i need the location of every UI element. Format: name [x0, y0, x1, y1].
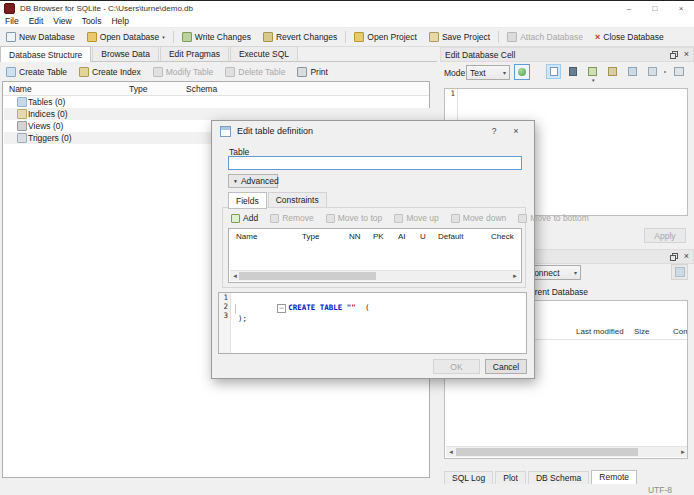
maximize-button[interactable]: □ [642, 1, 668, 15]
menu-help[interactable]: Help [106, 15, 133, 27]
print-cell-icon[interactable] [674, 67, 684, 76]
import-caret-icon[interactable]: ▾ [592, 77, 595, 83]
scroll-thumb[interactable] [456, 448, 638, 456]
table-name-input[interactable] [228, 156, 522, 170]
remote-reload-button [671, 264, 688, 280]
write-changes-button[interactable]: Write Changes [176, 30, 257, 44]
tree-col-schema[interactable]: Schema [186, 84, 217, 94]
tab-remote[interactable]: Remote [591, 470, 637, 485]
open-project-icon [354, 32, 364, 42]
window-close-button[interactable]: × [668, 1, 694, 15]
bottom-tab-bar: SQL Log Plot DB Schema Remote [444, 471, 639, 484]
scroll-right-icon[interactable]: ► [680, 448, 686, 457]
write-changes-icon [182, 32, 192, 42]
mode-combobox[interactable]: Text ▾ [466, 65, 510, 80]
modify-table-icon [153, 67, 163, 77]
edit-cell-title: Edit Database Cell [445, 50, 515, 60]
advanced-toggle-button[interactable]: ▼ Advanced [228, 174, 278, 188]
float-panel-icon[interactable] [670, 51, 678, 59]
fields-grid: Name Type NN PK AI U Default Check ◄ ► [228, 228, 522, 283]
identity-caret-icon: ▾ [574, 269, 577, 276]
scroll-left-icon[interactable]: ◄ [232, 272, 238, 281]
open-project-button[interactable]: Open Project [348, 30, 423, 44]
tree-col-name[interactable]: Name [9, 84, 32, 94]
tab-edit-pragmas[interactable]: Edit Pragmas [160, 46, 229, 61]
grid-col-name[interactable]: Name [236, 232, 257, 241]
close-panel-icon[interactable]: × [684, 252, 689, 261]
scroll-left-icon[interactable]: ◄ [448, 448, 454, 457]
title-bar: DB Browser for SQLite - C:\Users\turne\d… [0, 1, 694, 15]
menu-file[interactable]: File [0, 15, 24, 27]
tab-db-schema[interactable]: DB Schema [528, 471, 589, 485]
dialog-close-button[interactable]: × [506, 126, 526, 136]
grid-col-check[interactable]: Check [491, 232, 514, 241]
open-database-button[interactable]: Open Database ▾ [81, 30, 171, 44]
open-database-caret-icon[interactable]: ▾ [162, 34, 165, 40]
tree-item-tables[interactable]: Tables (0) [4, 96, 452, 108]
move-down-icon [451, 214, 460, 223]
add-field-button[interactable]: Add [231, 213, 258, 223]
revert-changes-button[interactable]: Revert Changes [257, 30, 343, 44]
tab-database-structure[interactable]: Database Structure [0, 46, 91, 62]
text-mode-toggle[interactable] [546, 64, 561, 79]
grid-col-pk[interactable]: PK [373, 232, 384, 241]
tab-browse-data[interactable]: Browse Data [92, 46, 159, 61]
app-icon [4, 3, 15, 14]
save-project-button[interactable]: Save Project [423, 30, 496, 44]
tree-item-indices[interactable]: Indices (0) [4, 108, 452, 120]
grid-col-type[interactable]: Type [302, 232, 319, 241]
tab-execute-sql[interactable]: Execute SQL [230, 46, 298, 61]
open-database-icon [87, 32, 97, 42]
scroll-right-icon[interactable]: ► [512, 272, 518, 281]
create-table-button[interactable]: Create Table [0, 65, 73, 79]
main-toolbar: New Database Open Database ▾ Write Chang… [0, 28, 694, 47]
toolbar-dot-separator [664, 71, 666, 73]
minimize-button[interactable]: – [616, 1, 642, 15]
dialog-tab-bar: Fields Constraints [228, 193, 328, 208]
new-database-button[interactable]: New Database [0, 30, 81, 44]
triggers-icon [17, 133, 27, 143]
tree-col-type[interactable]: Type [129, 84, 147, 94]
apply-cell-icon [518, 68, 526, 76]
remote-col-modified[interactable]: Last modified [576, 327, 624, 336]
float-panel-icon[interactable] [670, 253, 678, 261]
remote-col-size[interactable]: Size [634, 327, 650, 336]
fold-marker-icon[interactable]: – [277, 304, 286, 313]
tab-constraints[interactable]: Constraints [268, 192, 327, 208]
encoding-indicator[interactable]: UTF-8 [648, 485, 672, 495]
import-data-icon[interactable] [588, 67, 597, 76]
tab-sql-log[interactable]: SQL Log [444, 471, 493, 485]
move-up-button: Move up [394, 213, 439, 223]
remote-col-commit[interactable]: Commit [673, 327, 688, 336]
remote-hscrollbar[interactable]: ◄ ► [446, 446, 688, 457]
print-button[interactable]: Print [291, 65, 333, 79]
menu-tools[interactable]: Tools [77, 15, 107, 27]
tab-plot[interactable]: Plot [495, 471, 526, 485]
close-panel-icon[interactable]: × [684, 50, 689, 59]
set-null-icon[interactable] [628, 67, 637, 76]
menu-view[interactable]: View [48, 15, 76, 27]
scroll-thumb[interactable] [239, 272, 376, 280]
apply-cell-button[interactable] [514, 64, 530, 80]
grid-col-u[interactable]: U [420, 232, 426, 241]
export-data-icon[interactable] [608, 67, 617, 76]
grid-col-ai[interactable]: AI [398, 232, 406, 241]
binary-mode-icon[interactable] [569, 67, 577, 76]
status-bar: UTF-8 [0, 484, 694, 495]
tab-fields[interactable]: Fields [228, 192, 267, 209]
tables-icon [17, 97, 27, 107]
menu-edit[interactable]: Edit [24, 15, 49, 27]
close-database-button[interactable]: × Close Database [589, 30, 670, 44]
grid-hscrollbar[interactable]: ◄ ► [230, 270, 520, 281]
open-external-icon[interactable] [648, 67, 657, 76]
grid-col-default[interactable]: Default [438, 232, 463, 241]
create-index-button[interactable]: Create Index [73, 65, 147, 79]
dialog-help-button[interactable]: ? [482, 126, 506, 136]
grid-col-nn[interactable]: NN [349, 232, 361, 241]
cancel-button[interactable]: Cancel [485, 359, 527, 374]
save-project-icon [429, 32, 439, 42]
structure-toolbar: Create Table Create Index Modify Table D… [0, 63, 437, 80]
dialog-title-bar: Edit table definition ? × [212, 121, 534, 141]
create-table-icon [6, 67, 16, 77]
delete-table-button: Delete Table [219, 65, 291, 79]
